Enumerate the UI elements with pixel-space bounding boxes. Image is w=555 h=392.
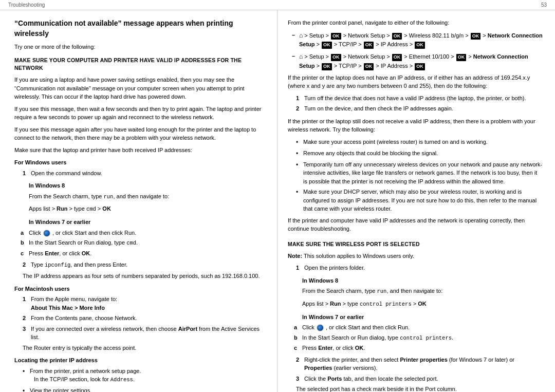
page-container: Troubleshooting 53 “Communication not av… — [0, 0, 555, 392]
r-win8-apps: Apps list > Run > type control printers … — [302, 300, 543, 309]
win7-step-b: b In the Start Search or Run dialog, typ… — [21, 238, 267, 248]
r-in-windows7-heading: In Windows 7 or earlier — [302, 313, 543, 322]
for-mac-heading: For Macintosh users — [14, 285, 267, 293]
right-column: From the printer control panel, navigate… — [278, 10, 555, 392]
note: Note: This solution applies to Windows u… — [288, 252, 543, 260]
win-step1: 1 Open the command window. — [23, 169, 267, 178]
top-bar: Troubleshooting 53 — [0, 0, 555, 10]
nav-paths: – ⌂ > Setup > OK > Network Setup > OK > … — [292, 31, 543, 70]
mac-step3: 3 If you are connected over a wireless n… — [23, 325, 267, 342]
windows-globe-icon-2 — [317, 324, 324, 331]
wireless-bullets: • Make sure your access point (wireless … — [296, 138, 543, 213]
r-win7-step-b: b In the Start Search or Run dialog, typ… — [294, 333, 543, 343]
section1-heading: Make sure your computer and printer have… — [14, 57, 267, 73]
content-area: “Communication not available” message ap… — [0, 10, 555, 392]
r-win7-step-a: a Click , or click Start and then click … — [294, 323, 543, 332]
r-win8-from: From the Search charm, type run, and the… — [302, 287, 543, 296]
win8-apps: Apps list > Run > type cmd > OK — [29, 204, 267, 214]
in-windows8-heading: In Windows 8 — [29, 181, 267, 190]
rs2-step2: 2 Right-click the printer, and then sele… — [296, 356, 543, 372]
valid-ip-text: If the printer and computer have valid I… — [288, 216, 543, 233]
page-number: 53 — [541, 2, 547, 8]
rs2-step3-desc: The selected port has a check mark besid… — [296, 385, 543, 392]
mac-step1: 1 From the Apple menu, navigate to: Abou… — [23, 295, 267, 312]
windows-globe-icon — [43, 230, 50, 237]
try-line: Try one or more of the following: — [14, 43, 267, 51]
r-step2: 2 Turn on the device, and then check the… — [296, 104, 543, 113]
ip-desc: The IP address appears as four sets of n… — [23, 272, 267, 281]
bullet4: • Make sure your DHCP server, which may … — [296, 188, 543, 213]
locating-b1: • From the printer, print a network setu… — [23, 367, 267, 384]
section-label: Troubleshooting — [8, 2, 45, 8]
locating-bullets: • From the printer, print a network setu… — [23, 367, 267, 392]
rs2-step1: 1 Open the printers folder. — [296, 264, 543, 272]
r-step1: 1 Turn off the device that does not have… — [296, 94, 543, 103]
left-column: “Communication not available” message ap… — [0, 10, 278, 392]
win7-step-c: c Press Enter, or click OK. — [21, 249, 267, 258]
rs2-step3: 3 Click the Ports tab, and then locate t… — [296, 375, 543, 383]
bullet2: • Remove any objects that could be block… — [296, 149, 543, 158]
section2-heading: Make sure the wireless port is selected — [288, 240, 543, 249]
nav-path-2: – ⌂ > Setup > OK > Network Setup > OK > … — [292, 52, 543, 70]
locating-heading: Locating the printer IP address — [14, 356, 267, 365]
r-in-windows8-heading: In Windows 8 — [302, 276, 543, 285]
right-intro: From the printer control panel, navigate… — [288, 18, 543, 27]
bullet3: • Temporarily turn off any unnecessary w… — [296, 160, 543, 186]
noip-intro: If the printer or the laptop does not ha… — [288, 73, 543, 90]
bullet1: • Make sure your access point (wireless … — [296, 138, 543, 147]
for-windows-heading: For Windows users — [14, 158, 267, 167]
main-title: “Communication not available” message ap… — [14, 18, 267, 39]
locating-b2: • View the printer settings. — [23, 386, 267, 392]
mac-router: The Router entry is typically the access… — [23, 344, 267, 352]
r-win7-step-c: c Press Enter, or click OK. — [294, 344, 543, 352]
nav-path-1: – ⌂ > Setup > OK > Network Setup > OK > … — [292, 31, 543, 49]
in-windows7-heading: In Windows 7 or earlier — [29, 218, 267, 227]
section1-p1: If you are using a laptop and have power… — [14, 76, 267, 101]
mac-step2: 2 From the Contents pane, choose Network… — [23, 314, 267, 323]
win-step2: 2 Type ipconfig, and then press Enter. — [23, 260, 267, 270]
win8-from: From the Search charm, type run, and the… — [29, 192, 267, 201]
section1-p2: If you see this message, then wait a few… — [14, 105, 267, 122]
section1-p3: If you see this message again after you … — [14, 125, 267, 142]
still-no-ip: If the printer or the laptop still does … — [288, 117, 543, 134]
win7-step-a: a Click , or click Start and then click … — [21, 229, 267, 237]
section1-p4: Make sure that the laptop and printer ha… — [14, 146, 267, 155]
